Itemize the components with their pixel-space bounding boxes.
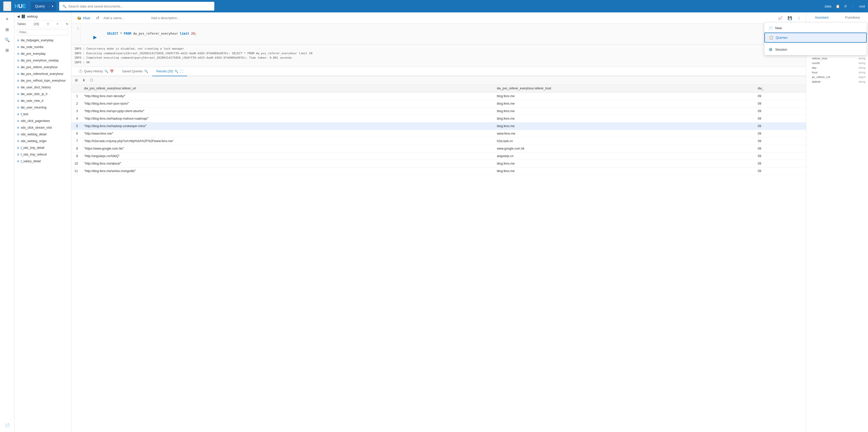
run-button[interactable]: ▶ xyxy=(92,34,98,40)
table-item[interactable]: ≡t_salary_detail xyxy=(14,158,71,165)
tab-saved-queries[interactable]: Saved Queries 🔍 xyxy=(118,67,152,76)
table-item[interactable]: ≡dw_hotpages_everyday xyxy=(14,37,71,44)
database-name[interactable]: weblog xyxy=(27,14,37,18)
table-row[interactable]: 6 "http://www.fens.me/" www.fens.me 09 xyxy=(71,130,806,137)
table-list: ≡dw_hotpages_everyday≡dw_oute_numbs≡dw_p… xyxy=(14,37,71,432)
table-item[interactable]: ≡dw_user_returning xyxy=(14,104,71,111)
sidebar-icon-layers[interactable]: ≡ xyxy=(2,14,12,24)
cell-host: blog.fens.me xyxy=(494,107,754,115)
cell-extra: 09 xyxy=(755,145,806,153)
sidebar-icon-grid[interactable]: ⊞ xyxy=(2,45,12,55)
dropdown-session[interactable]: ⚙️ Session xyxy=(764,45,806,54)
table-item[interactable]: ≡dw_pvs_refhost_topn_everyhour xyxy=(14,77,71,84)
jobs-label[interactable]: Jobs xyxy=(824,4,831,8)
cell-host: www.fens.me xyxy=(494,130,754,137)
hive-button[interactable]: 🐝 Hive xyxy=(74,15,93,21)
tables-filter xyxy=(14,28,71,37)
more-options-button[interactable]: ⋮ xyxy=(795,14,803,22)
table-row[interactable]: 7 "http://h2w.iask.cn/jump.php?url=http%… xyxy=(71,137,806,145)
dropdown-new[interactable]: 📄 New xyxy=(764,24,806,33)
table-row[interactable]: 8 "https://www.google.com.hk/" www.googl… xyxy=(71,145,806,153)
database-icon: 🗄️ xyxy=(21,14,25,18)
table-item[interactable]: ≡dw_pvs_referer_everyhour xyxy=(14,64,71,70)
root-label[interactable]: root xyxy=(859,4,865,8)
row-number: 9 xyxy=(71,153,81,160)
table-row[interactable]: 2 "http://blog.fens.me/r-json-rjson/" bl… xyxy=(71,100,806,107)
select-all-btn[interactable]: ☐ xyxy=(88,77,95,83)
query-button-label[interactable]: Query xyxy=(31,4,49,8)
history-icon[interactable]: ↺ xyxy=(844,4,847,8)
cell-host: h2w.iask.cn xyxy=(494,137,754,145)
table-item[interactable]: ≡ods_click_stream_visit xyxy=(14,124,71,131)
query-button[interactable]: Query ▼ xyxy=(31,2,56,10)
cell-host: angularjs.cn xyxy=(494,153,754,160)
table-item[interactable]: ≡dw_oute_numbs xyxy=(14,44,71,51)
table-row[interactable]: 1 "http://blog.fens.me/r-density/" blog.… xyxy=(71,93,806,100)
cell-extra: 09 xyxy=(755,137,806,145)
log-line: INFO : Completed executing command(query… xyxy=(74,56,803,60)
tables-header: Tables (19) ▽ + ↻ xyxy=(14,21,71,28)
back-icon[interactable]: ◀ xyxy=(17,14,20,18)
table-row[interactable]: 3 "http://blog.fens.me/vpn-pptp-client-u… xyxy=(71,107,806,115)
table-item[interactable]: ≡dw_user_dsct_history xyxy=(14,84,71,91)
table-row[interactable]: 9 "http://angularjs.cn/A0eQ" angularjs.c… xyxy=(71,153,806,160)
download-button[interactable]: 💾 xyxy=(785,14,794,22)
cell-host: blog.fens.me xyxy=(494,93,754,100)
table-item[interactable]: ≡dw_pvs_everyhour_oneday xyxy=(14,57,71,64)
table-item[interactable]: ≡t_ods_tmp_referurl xyxy=(14,151,71,158)
cell-extra: 09 xyxy=(755,115,806,123)
table-item[interactable]: ≡ods_weblog_detail xyxy=(14,131,71,138)
table-item[interactable]: ≡dw_pvs_refererhost_everyhour xyxy=(14,70,71,77)
search-icon-tab[interactable]: 🔍 xyxy=(104,69,108,73)
calendar-icon[interactable]: 📅 xyxy=(110,69,114,73)
field-name: month xyxy=(812,62,820,65)
query-dropdown-arrow[interactable]: ▼ xyxy=(49,5,56,8)
tab-functions[interactable]: Functions xyxy=(837,12,868,23)
dropdown-queries[interactable]: 📋 Queries xyxy=(764,33,806,43)
expand-icon[interactable]: ⛶ xyxy=(180,69,183,73)
refresh-icon[interactable]: ↻ xyxy=(66,22,68,26)
right-panel: Assistant Functions Tables ℹ weblog.dw_p… xyxy=(806,12,868,432)
table-item[interactable]: ≡ods_click_pageviews xyxy=(14,118,71,124)
sql-code[interactable]: SELECT * FROM dw_pvs_referer_everyhour l… xyxy=(89,26,806,42)
table-row[interactable]: 11 "http://blog.fens.me/series-mongodb/"… xyxy=(71,167,806,175)
sidebar-icon-copy[interactable]: ⊞ xyxy=(2,25,12,34)
grid-view-btn[interactable]: ⊞ xyxy=(73,77,80,83)
table-item[interactable]: ≡t_ods_tmp_detail xyxy=(14,144,71,151)
table-item[interactable]: ≡f_test xyxy=(14,111,71,118)
tab-query-history[interactable]: 🕐 Query History 🔍 📅 xyxy=(74,67,118,76)
field-type: string xyxy=(859,57,865,60)
table-item[interactable]: ≡dw_pvs_everyday xyxy=(14,51,71,57)
undo-button[interactable]: ↺ xyxy=(95,14,100,22)
col-referer-host: dw_pvs_referer_everyhour.referer_host xyxy=(494,85,754,93)
table-item[interactable]: ≡ods_weblog_origin xyxy=(14,138,71,144)
add-icon[interactable]: + xyxy=(57,22,58,26)
zoom-icon[interactable]: 🔍 xyxy=(175,69,178,73)
right-field: pv_referer_cntbigint xyxy=(806,75,868,79)
table-item[interactable]: ≡dw_user_new_d xyxy=(14,97,71,104)
sidebar-icon-document[interactable]: 📄 xyxy=(2,421,12,430)
chart-button[interactable]: 📈 xyxy=(776,14,784,22)
query-desc-input[interactable] xyxy=(150,15,774,21)
log-line: INFO : Concurrency mode is disabled, not… xyxy=(74,46,803,51)
sidebar-icon-search[interactable]: 🔍 xyxy=(2,35,12,44)
col-referer-url: dw_pvs_referer_everyhour.referer_url xyxy=(81,85,494,93)
download-results-btn[interactable]: ⬇ xyxy=(81,77,87,83)
search-icon-saved[interactable]: 🔍 xyxy=(144,69,148,73)
filter-icon[interactable]: ▽ xyxy=(47,22,49,26)
table-icon: ≡ xyxy=(17,112,19,116)
query-name-input[interactable] xyxy=(102,15,148,21)
table-item[interactable]: ≡dw_user_dstc_ip_h xyxy=(14,91,71,97)
table-row[interactable]: 4 "http://blog.fens.me/hadoop-mahout-roa… xyxy=(71,115,806,123)
hive-icon: 🐝 xyxy=(77,16,82,20)
search-icon: 🔍 xyxy=(62,4,66,8)
tab-assistant[interactable]: Assistant xyxy=(806,12,837,23)
tables-filter-input[interactable] xyxy=(17,29,68,35)
search-bar[interactable]: 🔍 xyxy=(59,2,214,10)
search-input[interactable] xyxy=(68,4,211,8)
tab-results[interactable]: Results (20) 🔍 ⛶ xyxy=(152,67,187,76)
table-row[interactable]: 10 "http://blog.fens.me/about/" blog.fen… xyxy=(71,160,806,167)
table-row[interactable]: 5 "http://blog.fens.me/hadoop-zookeeper-… xyxy=(71,123,806,130)
hamburger-menu[interactable]: ☰ xyxy=(3,1,11,11)
tables-count: (19) xyxy=(34,22,39,26)
